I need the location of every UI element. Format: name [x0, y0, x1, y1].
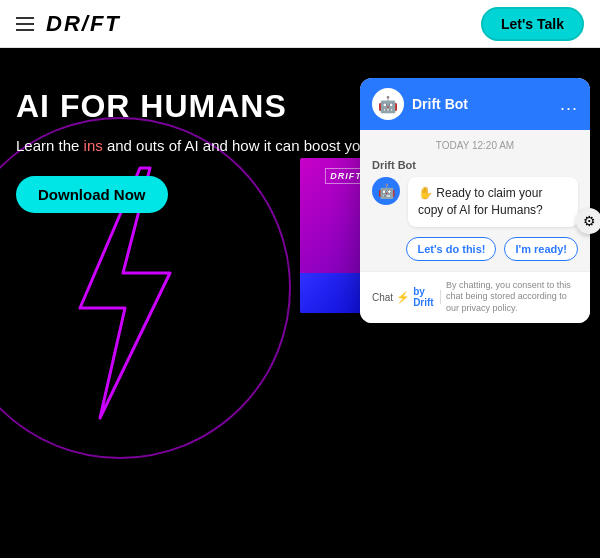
right-section: DRIFT PR ⚙ 🤖 Drift Bot ... TODAY 12:20 A… [290, 78, 600, 518]
chat-header-left: 🤖 Drift Bot [372, 88, 468, 120]
hamburger-icon[interactable] [16, 17, 34, 31]
chat-label: Chat [372, 292, 393, 303]
download-button[interactable]: Download Now [16, 176, 168, 213]
action-button-1[interactable]: Let's do this! [406, 237, 496, 261]
settings-icon[interactable]: ⚙ [576, 208, 600, 234]
action-button-2[interactable]: I'm ready! [504, 237, 578, 261]
drift-brand: by Drift [413, 286, 434, 308]
bolt-icon: ⚡ [396, 291, 410, 304]
chat-sender-label: Drift Bot [372, 159, 578, 171]
svg-point-0 [0, 118, 290, 458]
chat-footer: Chat ⚡ by Drift By chatting, you consent… [360, 271, 590, 323]
chat-timestamp: TODAY 12:20 AM [372, 140, 578, 151]
highlight-text: ins [84, 137, 103, 154]
chat-message-row: 🤖 ✋ Ready to claim your copy of AI for H… [372, 177, 578, 227]
chat-body: TODAY 12:20 AM Drift Bot 🤖 ✋ Ready to cl… [360, 130, 590, 271]
chat-actions: Let's do this! I'm ready! [372, 237, 578, 261]
nav-left: DR/FT [16, 11, 121, 37]
logo: DR/FT [46, 11, 121, 37]
lets-talk-button[interactable]: Let's Talk [481, 7, 584, 41]
navbar: DR/FT Let's Talk [0, 0, 600, 48]
footer-disclaimer: By chatting, you consent to this chat be… [446, 280, 578, 315]
hero-section: AI FOR HUMANS Learn the ins and outs of … [0, 48, 600, 558]
bot-name: Drift Bot [412, 96, 468, 112]
chat-widget: 🤖 Drift Bot ... TODAY 12:20 AM Drift Bot… [360, 78, 590, 323]
chat-bubble: ✋ Ready to claim your copy of AI for Hum… [408, 177, 578, 227]
chat-bot-icon: 🤖 [372, 177, 400, 205]
chat-header: 🤖 Drift Bot ... [360, 78, 590, 130]
lightning-decoration [0, 108, 300, 468]
bot-avatar: 🤖 [372, 88, 404, 120]
chat-menu-dots[interactable]: ... [560, 94, 578, 115]
chat-footer-brand: Chat ⚡ by Drift [372, 286, 434, 308]
